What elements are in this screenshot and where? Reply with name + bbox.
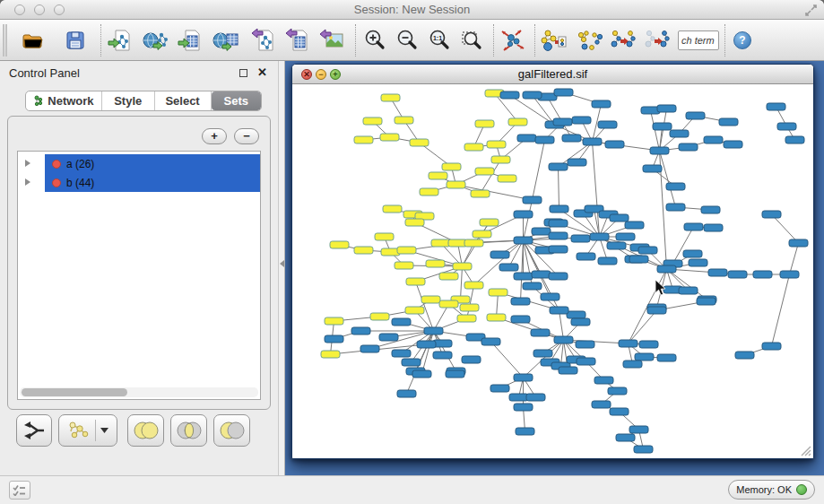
- network-node[interactable]: [514, 237, 533, 244]
- network-node[interactable]: [511, 316, 530, 323]
- network-node[interactable]: [554, 89, 573, 96]
- network-node[interactable]: [379, 334, 398, 341]
- network-node[interactable]: [514, 374, 533, 381]
- network-node[interactable]: [516, 428, 534, 435]
- network-node[interactable]: [598, 257, 617, 265]
- network-node[interactable]: [517, 135, 536, 142]
- network-node[interactable]: [789, 239, 808, 247]
- zoom-in-button[interactable]: [360, 25, 389, 56]
- fullscreen-icon[interactable]: [805, 4, 817, 16]
- network-node[interactable]: [619, 340, 638, 347]
- network-edge[interactable]: [593, 142, 600, 237]
- network-node[interactable]: [464, 282, 483, 289]
- network-node[interactable]: [514, 211, 533, 218]
- tab-style[interactable]: Style: [102, 91, 155, 110]
- union-button[interactable]: [127, 414, 164, 447]
- network-edge[interactable]: [461, 266, 463, 300]
- network-node[interactable]: [535, 136, 554, 143]
- network-node[interactable]: [541, 293, 559, 300]
- network-node[interactable]: [704, 136, 723, 143]
- network-canvas[interactable]: [292, 85, 813, 458]
- network-edge[interactable]: [673, 227, 694, 264]
- network-edge[interactable]: [660, 151, 676, 207]
- network-node[interactable]: [473, 230, 491, 238]
- network-node[interactable]: [643, 165, 662, 172]
- network-node[interactable]: [325, 317, 343, 325]
- network-node[interactable]: [762, 343, 781, 350]
- zoom-out-button[interactable]: [393, 25, 421, 56]
- sets-list[interactable]: a (26) b (44): [17, 151, 261, 400]
- network-node[interactable]: [635, 353, 654, 361]
- import-table-url-button[interactable]: [212, 25, 240, 56]
- network-node[interactable]: [577, 253, 595, 260]
- network-node[interactable]: [475, 168, 494, 175]
- network-edge[interactable]: [667, 269, 707, 300]
- network-node[interactable]: [571, 235, 590, 242]
- network-node[interactable]: [354, 247, 373, 254]
- network-node[interactable]: [460, 304, 479, 311]
- network-frame[interactable]: ✕ − + galFiltered.sif: [291, 64, 814, 459]
- network-node[interactable]: [383, 205, 402, 213]
- network-node[interactable]: [420, 188, 438, 196]
- network-node[interactable]: [462, 356, 481, 363]
- network-node[interactable]: [380, 134, 399, 141]
- new-network-selected-nodes-button[interactable]: [610, 25, 638, 56]
- network-node[interactable]: [511, 298, 530, 305]
- network-node[interactable]: [639, 341, 658, 348]
- network-node[interactable]: [397, 247, 416, 254]
- network-node[interactable]: [498, 175, 516, 182]
- network-node[interactable]: [657, 354, 676, 361]
- network-node[interactable]: [623, 361, 642, 368]
- network-node[interactable]: [549, 163, 568, 170]
- network-node[interactable]: [395, 262, 413, 269]
- network-node[interactable]: [559, 367, 577, 374]
- network-node[interactable]: [406, 278, 425, 285]
- network-node[interactable]: [650, 147, 669, 154]
- help-button[interactable]: ?: [733, 31, 751, 49]
- memory-status-button[interactable]: Memory: OK: [728, 480, 815, 500]
- network-node[interactable]: [523, 282, 542, 290]
- import-table-file-button[interactable]: [176, 25, 204, 56]
- network-node[interactable]: [475, 120, 494, 127]
- network-edge[interactable]: [491, 342, 524, 378]
- network-node[interactable]: [457, 315, 476, 322]
- close-panel-icon[interactable]: ✕: [257, 65, 267, 79]
- network-node[interactable]: [554, 336, 573, 343]
- network-node[interactable]: [392, 350, 411, 357]
- network-node[interactable]: [594, 377, 613, 384]
- tab-select[interactable]: Select: [155, 91, 212, 110]
- network-node[interactable]: [431, 239, 450, 247]
- network-node[interactable]: [439, 300, 458, 308]
- network-node[interactable]: [531, 329, 550, 336]
- network-node[interactable]: [526, 394, 545, 401]
- network-node[interactable]: [487, 314, 506, 321]
- list-item[interactable]: a (26): [18, 154, 260, 173]
- list-item[interactable]: b (44): [18, 173, 260, 192]
- horizontal-scrollbar[interactable]: [20, 387, 258, 397]
- network-node[interactable]: [453, 263, 472, 270]
- network-node[interactable]: [509, 394, 528, 401]
- import-network-url-button[interactable]: [142, 25, 170, 56]
- network-node[interactable]: [572, 117, 591, 124]
- network-node[interactable]: [490, 385, 509, 392]
- network-edge[interactable]: [772, 274, 790, 346]
- scrollbar-thumb[interactable]: [22, 388, 127, 396]
- network-node[interactable]: [550, 205, 568, 213]
- network-node[interactable]: [576, 341, 594, 348]
- network-node[interactable]: [549, 220, 568, 227]
- network-edge[interactable]: [790, 243, 799, 274]
- toolbar-grip[interactable]: [3, 24, 7, 56]
- network-node[interactable]: [464, 239, 483, 247]
- network-node[interactable]: [471, 190, 490, 197]
- network-node[interactable]: [592, 100, 611, 108]
- network-node[interactable]: [728, 271, 747, 278]
- network-node[interactable]: [657, 265, 676, 273]
- network-node[interactable]: [405, 307, 424, 314]
- network-node[interactable]: [638, 247, 657, 254]
- network-node[interactable]: [683, 250, 702, 257]
- network-edge[interactable]: [593, 142, 660, 151]
- network-node[interactable]: [670, 130, 689, 137]
- network-node[interactable]: [785, 136, 804, 143]
- difference-button[interactable]: [213, 414, 250, 447]
- collapse-panel-icon[interactable]: [280, 260, 284, 267]
